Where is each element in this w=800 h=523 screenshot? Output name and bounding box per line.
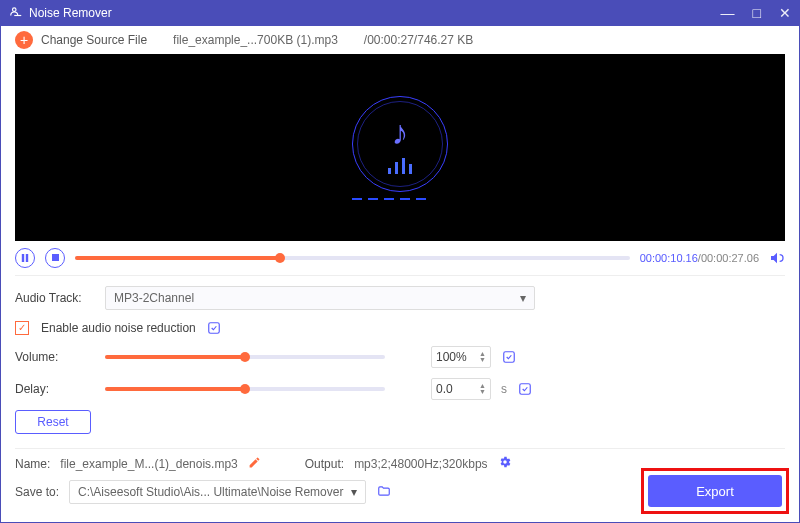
plus-icon: + bbox=[15, 31, 33, 49]
name-value: file_example_M...(1)_denois.mp3 bbox=[60, 457, 237, 471]
time-total: /00:00:27.06 bbox=[698, 252, 759, 264]
volume-reset-icon[interactable] bbox=[501, 349, 517, 365]
volume-label: Volume: bbox=[15, 350, 95, 364]
minimize-button[interactable]: — bbox=[721, 5, 735, 21]
app-icon bbox=[9, 5, 23, 22]
save-to-label: Save to: bbox=[15, 485, 59, 499]
change-source-label: Change Source File bbox=[41, 33, 147, 47]
volume-icon[interactable] bbox=[769, 250, 785, 266]
noise-settings-icon[interactable] bbox=[206, 320, 222, 336]
output-value: mp3;2;48000Hz;320kbps bbox=[354, 457, 487, 471]
delay-reset-icon[interactable] bbox=[517, 381, 533, 397]
chevron-down-icon: ▾ bbox=[351, 485, 357, 499]
delay-unit: s bbox=[501, 382, 507, 396]
svg-rect-3 bbox=[52, 254, 59, 261]
stop-button[interactable] bbox=[45, 248, 65, 268]
music-note-icon: ♪ bbox=[392, 113, 409, 152]
edit-name-icon[interactable] bbox=[248, 456, 261, 472]
volume-slider[interactable] bbox=[105, 355, 385, 359]
preview-circle: ♪ bbox=[352, 96, 448, 192]
svg-rect-5 bbox=[504, 352, 515, 363]
source-bar: + Change Source File file_example_...700… bbox=[1, 26, 799, 55]
delay-slider[interactable] bbox=[105, 387, 385, 391]
source-info: /00:00:27/746.27 KB bbox=[364, 33, 473, 47]
delay-value: 0.0 bbox=[436, 382, 453, 396]
noise-reduction-checkbox[interactable]: ✓ bbox=[15, 321, 29, 335]
open-folder-icon[interactable] bbox=[376, 484, 392, 501]
volume-value-box[interactable]: 100% ▲▼ bbox=[431, 346, 491, 368]
output-label: Output: bbox=[305, 457, 344, 471]
audio-track-label: Audio Track: bbox=[15, 291, 95, 305]
volume-stepper[interactable]: ▲▼ bbox=[479, 351, 486, 363]
svg-rect-4 bbox=[209, 323, 220, 334]
output-settings-icon[interactable] bbox=[498, 455, 512, 472]
noise-reduction-label: Enable audio noise reduction bbox=[41, 321, 196, 335]
svg-rect-6 bbox=[520, 384, 531, 395]
preview-area: ♪ bbox=[15, 54, 785, 241]
titlebar: Noise Remover — □ ✕ bbox=[1, 1, 799, 26]
source-filename: file_example_...700KB (1).mp3 bbox=[173, 33, 338, 47]
audio-track-value: MP3-2Channel bbox=[114, 291, 194, 305]
reset-button[interactable]: Reset bbox=[15, 410, 91, 434]
svg-rect-2 bbox=[26, 254, 28, 262]
chevron-down-icon: ▾ bbox=[520, 291, 526, 305]
equalizer-icon bbox=[388, 156, 412, 174]
export-highlight: Export bbox=[641, 468, 789, 514]
volume-value: 100% bbox=[436, 350, 467, 364]
maximize-button[interactable]: □ bbox=[753, 5, 761, 21]
audio-track-select[interactable]: MP3-2Channel ▾ bbox=[105, 286, 535, 310]
delay-label: Delay: bbox=[15, 382, 95, 396]
pause-button[interactable] bbox=[15, 248, 35, 268]
save-path-select[interactable]: C:\Aiseesoft Studio\Ais... Ultimate\Nois… bbox=[69, 480, 366, 504]
save-path-value: C:\Aiseesoft Studio\Ais... Ultimate\Nois… bbox=[78, 485, 343, 499]
playback-row: 00:00:10.16/00:00:27.06 bbox=[1, 241, 799, 275]
time-current: 00:00:10.16 bbox=[640, 252, 698, 264]
name-label: Name: bbox=[15, 457, 50, 471]
export-button[interactable]: Export bbox=[648, 475, 782, 507]
app-title: Noise Remover bbox=[29, 6, 112, 20]
close-button[interactable]: ✕ bbox=[779, 5, 791, 21]
dashes-icon bbox=[352, 198, 448, 200]
seek-slider[interactable] bbox=[75, 256, 630, 260]
svg-point-0 bbox=[13, 8, 17, 11]
time-display: 00:00:10.16/00:00:27.06 bbox=[640, 252, 759, 264]
svg-rect-1 bbox=[22, 254, 24, 262]
delay-stepper[interactable]: ▲▼ bbox=[479, 383, 486, 395]
change-source-button[interactable]: + Change Source File bbox=[15, 31, 147, 49]
delay-value-box[interactable]: 0.0 ▲▼ bbox=[431, 378, 491, 400]
